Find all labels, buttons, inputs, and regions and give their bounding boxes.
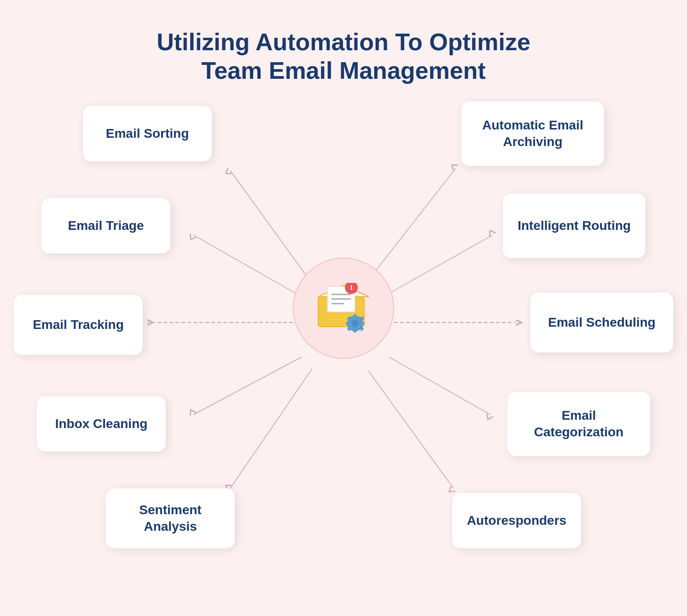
card-auto-archive: Automatic Email Archiving: [461, 101, 604, 166]
svg-line-4: [193, 235, 298, 295]
card-email-triage: Email Triage: [41, 198, 170, 253]
svg-line-8: [230, 369, 312, 488]
svg-line-3: [373, 168, 456, 274]
title-line2: Team Email Management: [201, 57, 485, 84]
svg-rect-22: [346, 322, 349, 325]
svg-line-6: [193, 357, 302, 415]
title-line1: Utilizing Automation To Optimize: [157, 29, 530, 55]
svg-rect-21: [354, 329, 356, 333]
svg-line-5: [390, 235, 493, 293]
card-email-tracking: Email Tracking: [14, 295, 143, 355]
card-autoresponders: Autoresponders: [452, 493, 581, 548]
card-sentiment-analysis: Sentiment Analysis: [106, 488, 235, 548]
svg-rect-20: [354, 314, 356, 318]
card-email-scheduling: Email Scheduling: [530, 293, 673, 352]
svg-line-9: [368, 371, 454, 488]
card-intelligent-routing: Intelligent Routing: [503, 194, 646, 258]
svg-point-19: [351, 320, 359, 327]
card-email-sorting: Email Sorting: [83, 106, 212, 161]
svg-line-7: [389, 357, 490, 415]
svg-line-2: [230, 170, 309, 279]
svg-text:1: 1: [350, 284, 353, 291]
card-email-categorization: Email Categorization: [507, 392, 650, 456]
svg-rect-23: [361, 322, 364, 325]
card-inbox-cleaning: Inbox Cleaning: [37, 396, 166, 452]
envelope-icon: 1: [314, 283, 373, 334]
center-circle: 1: [293, 258, 394, 359]
page-title: Utilizing Automation To Optimize Team Em…: [0, 0, 687, 85]
page-container: Utilizing Automation To Optimize Team Em…: [0, 0, 687, 616]
